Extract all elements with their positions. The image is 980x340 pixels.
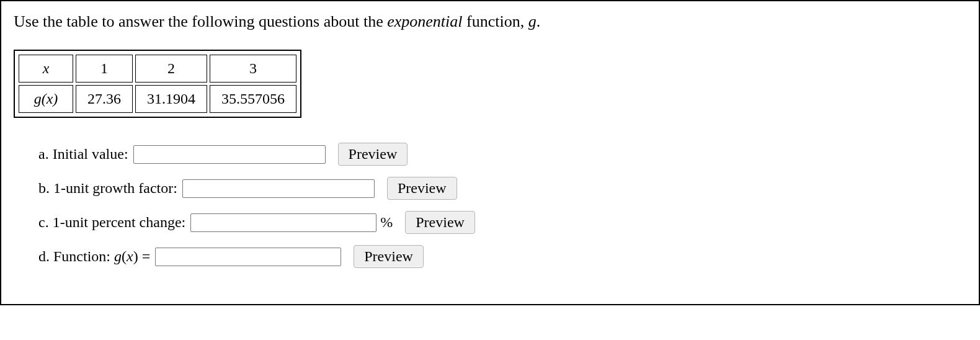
cell-x-3: 3	[210, 55, 296, 83]
prompt-emphasis: exponential	[387, 12, 462, 30]
percent-suffix: %	[380, 214, 393, 231]
preview-button-b[interactable]: Preview	[387, 177, 457, 200]
question-a: a. Initial value: Preview	[38, 143, 966, 166]
preview-button-d[interactable]: Preview	[354, 245, 424, 268]
question-d: d. Function: g(x) = Preview	[38, 245, 966, 268]
prompt-gvar: g	[528, 12, 537, 30]
prompt-text-pre: Use the table to answer the following qu…	[14, 12, 387, 30]
cell-gx-3: 35.557056	[210, 85, 296, 113]
percent-change-input[interactable]	[190, 213, 376, 232]
question-list: a. Initial value: Preview b. 1-unit grow…	[14, 143, 966, 268]
question-d-label: d. Function: g(x) =	[38, 248, 150, 265]
data-table: x 1 2 3 g(x) 27.36 31.1904 35.557056	[14, 50, 301, 118]
question-prompt: Use the table to answer the following qu…	[14, 12, 966, 31]
growth-factor-input[interactable]	[182, 179, 375, 198]
row-header-x: x	[19, 55, 73, 83]
prompt-text-post: function,	[463, 12, 528, 30]
preview-button-a[interactable]: Preview	[338, 143, 408, 166]
prompt-period: .	[537, 12, 541, 30]
table-row: g(x) 27.36 31.1904 35.557056	[19, 85, 296, 113]
question-c: c. 1-unit percent change: % Preview	[38, 211, 966, 234]
cell-gx-1: 27.36	[76, 85, 133, 113]
question-b-label: b. 1-unit growth factor:	[38, 180, 177, 197]
function-input[interactable]	[155, 248, 341, 266]
row-header-gx: g(x)	[19, 85, 73, 113]
cell-gx-2: 31.1904	[135, 85, 207, 113]
question-a-label: a. Initial value:	[38, 146, 128, 163]
question-c-label: c. 1-unit percent change:	[38, 214, 185, 231]
initial-value-input[interactable]	[133, 145, 326, 164]
cell-x-1: 1	[76, 55, 133, 83]
cell-x-2: 2	[135, 55, 207, 83]
question-container: Use the table to answer the following qu…	[0, 0, 980, 305]
table-row: x 1 2 3	[19, 55, 296, 83]
preview-button-c[interactable]: Preview	[405, 211, 475, 234]
question-b: b. 1-unit growth factor: Preview	[38, 177, 966, 200]
